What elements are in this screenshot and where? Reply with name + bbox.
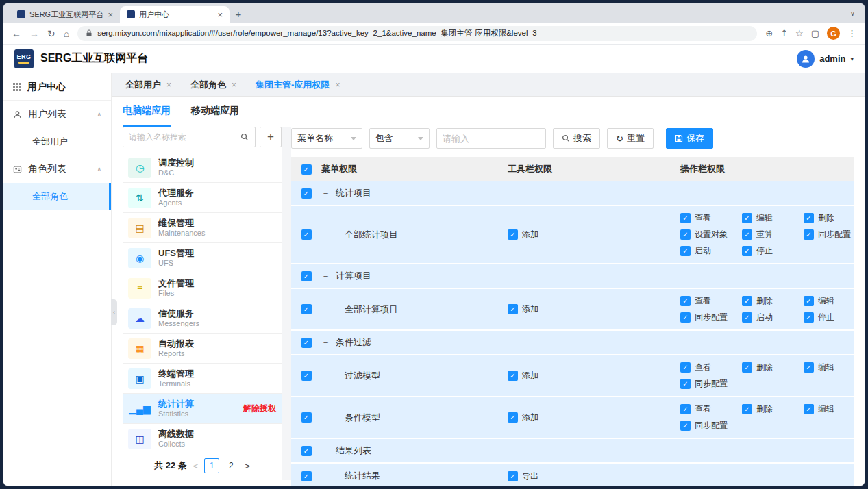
row-checkbox[interactable]: ✓ <box>301 471 312 481</box>
sidebar-item-all-roles[interactable]: 全部角色 <box>3 183 111 210</box>
operation-checkbox[interactable]: ✓ <box>742 312 752 323</box>
browser-tab[interactable]: SERG工业互联网平台 × <box>10 6 120 23</box>
operation-checkbox[interactable]: ✓ <box>804 296 814 306</box>
search-button[interactable] <box>234 127 256 147</box>
prev-page-icon[interactable]: < <box>193 461 199 471</box>
operation-checkbox[interactable]: ✓ <box>680 229 691 240</box>
collapse-icon[interactable]: − <box>321 188 330 199</box>
toolbar-checkbox[interactable]: ✓ <box>508 471 518 481</box>
url-field[interactable]: serg.mixyun.com/mixapplication/#/user/ro… <box>77 26 757 41</box>
menu-permission-label: 统计项目 <box>336 187 371 199</box>
app-search-input[interactable] <box>123 127 234 147</box>
operation-checkbox[interactable]: ✓ <box>680 312 691 323</box>
close-tab-icon[interactable]: × <box>232 80 236 90</box>
operation-checkbox[interactable]: ✓ <box>680 379 691 389</box>
reset-button[interactable]: ↻ 重置 <box>607 128 654 149</box>
add-app-button[interactable]: + <box>260 127 282 147</box>
operation-checkbox[interactable]: ✓ <box>742 246 752 256</box>
toolbar-checkbox[interactable]: ✓ <box>508 229 518 240</box>
row-checkbox[interactable]: ✓ <box>301 188 312 199</box>
operation-checkbox[interactable]: ✓ <box>742 296 752 306</box>
operation-checkbox[interactable]: ✓ <box>680 362 691 373</box>
row-checkbox[interactable]: ✓ <box>301 338 312 348</box>
app-list-item[interactable]: ☁信使服务Messengers <box>123 303 282 334</box>
row-checkbox[interactable]: ✓ <box>301 229 312 240</box>
workspace-tab-all-users[interactable]: 全部用户 × <box>125 79 171 91</box>
browser-tab[interactable]: 用户中心 × <box>120 6 230 23</box>
collapse-icon[interactable]: − <box>321 271 330 281</box>
operation-checkbox[interactable]: ✓ <box>804 312 814 323</box>
row-checkbox[interactable]: ✓ <box>301 412 312 423</box>
browser-profile-avatar[interactable]: G <box>827 27 840 40</box>
row-checkbox[interactable]: ✓ <box>301 446 312 456</box>
app-list-item[interactable]: ▦自动报表Reports <box>123 334 282 364</box>
unauthorize-link[interactable]: 解除授权 <box>243 403 276 414</box>
operation-checkbox[interactable]: ✓ <box>742 213 752 223</box>
tab-mobile-apps[interactable]: 移动端应用 <box>191 97 239 127</box>
next-page-icon[interactable]: > <box>245 461 250 471</box>
sidebar-group-role-list[interactable]: 角色列表 ∧ <box>3 155 111 183</box>
operation-checkbox[interactable]: ✓ <box>680 404 691 414</box>
operation-checkbox[interactable]: ✓ <box>804 213 814 223</box>
browser-menu-icon[interactable]: ⋮ <box>847 28 856 38</box>
operation-checkbox[interactable]: ✓ <box>742 229 752 240</box>
app-list-item[interactable]: ▁▄▆统计计算Statistics解除授权 <box>123 394 282 424</box>
operation-checkbox[interactable]: ✓ <box>680 421 691 431</box>
new-tab-button[interactable]: + <box>230 8 247 23</box>
toolbar-checkbox[interactable]: ✓ <box>508 371 518 381</box>
zoom-icon[interactable]: ⊕ <box>765 28 773 38</box>
tab-desktop-apps[interactable]: 电脑端应用 <box>123 97 171 127</box>
collapse-icon[interactable]: − <box>321 338 330 348</box>
windows-icon[interactable]: ▢ <box>811 28 819 38</box>
save-button[interactable]: 保存 <box>666 128 713 149</box>
sidebar-group-user-list[interactable]: 用户列表 ∧ <box>3 101 111 128</box>
app-list-item[interactable]: ▤维保管理Maintenances <box>123 213 282 243</box>
app-list-item[interactable]: ≡文件管理Files <box>123 273 282 303</box>
operation-checkbox[interactable]: ✓ <box>804 362 814 373</box>
operation-checkbox[interactable]: ✓ <box>680 246 691 256</box>
sidebar-collapse-handle[interactable]: ‹ <box>111 299 117 325</box>
select-all-checkbox[interactable]: ✓ <box>301 164 312 175</box>
search-button[interactable]: 搜索 <box>553 128 600 149</box>
field-select[interactable]: 菜单名称 <box>291 128 362 149</box>
user-menu[interactable]: admin ▾ <box>797 50 854 68</box>
toolbar-checkbox[interactable]: ✓ <box>508 412 518 423</box>
app-list-item[interactable]: ◫离线数据Collects <box>123 424 282 451</box>
page-button[interactable]: 2 <box>223 458 238 473</box>
operation-checkbox[interactable]: ✓ <box>742 362 752 373</box>
collapse-icon[interactable]: − <box>321 446 330 456</box>
app-list-item[interactable]: ⇅代理服务Agents <box>123 183 282 213</box>
workspace-tab-role-permissions[interactable]: 集团主管-应用权限 × <box>256 79 340 91</box>
close-tab-icon[interactable]: × <box>108 10 113 19</box>
app-list-item[interactable]: ◷调度控制D&C <box>123 153 282 183</box>
workspace-tab-all-roles[interactable]: 全部角色 × <box>190 79 236 91</box>
row-checkbox[interactable]: ✓ <box>301 304 312 314</box>
refresh-icon[interactable]: ↻ <box>47 29 55 38</box>
back-icon[interactable]: ← <box>12 29 21 38</box>
permission-label: 编辑 <box>818 403 834 415</box>
toolbar-checkbox[interactable]: ✓ <box>508 304 518 314</box>
keyword-input[interactable] <box>436 128 546 149</box>
sidebar-home-user-center[interactable]: 用户中心 <box>3 73 111 101</box>
tabs-overflow-icon[interactable]: ∨ <box>847 10 858 23</box>
operation-checkbox[interactable]: ✓ <box>742 404 752 414</box>
operation-checkbox[interactable]: ✓ <box>804 404 814 414</box>
close-tab-icon[interactable]: × <box>166 80 171 90</box>
row-checkbox[interactable]: ✓ <box>301 371 312 381</box>
app-list-item[interactable]: ▣终端管理Terminals <box>123 364 282 394</box>
bookmark-star-icon[interactable]: ☆ <box>795 28 804 38</box>
row-checkbox[interactable]: ✓ <box>301 271 312 281</box>
operation-checkbox[interactable]: ✓ <box>680 213 691 223</box>
operation-checkbox[interactable]: ✓ <box>804 229 814 240</box>
home-icon[interactable]: ⌂ <box>64 29 69 38</box>
close-tab-icon[interactable]: × <box>335 80 340 90</box>
share-icon[interactable]: ↥ <box>780 28 788 38</box>
close-tab-icon[interactable]: × <box>217 10 223 19</box>
app-list-item[interactable]: ◉UFS管理UFS <box>123 243 282 273</box>
operation-permission: ✓启动 <box>680 245 739 257</box>
operation-checkbox[interactable]: ✓ <box>680 296 691 306</box>
sidebar-item-all-users[interactable]: 全部用户 <box>3 128 111 155</box>
forward-icon[interactable]: → <box>29 29 39 38</box>
page-button[interactable]: 1 <box>204 458 219 473</box>
operator-select[interactable]: 包含 <box>369 128 430 149</box>
